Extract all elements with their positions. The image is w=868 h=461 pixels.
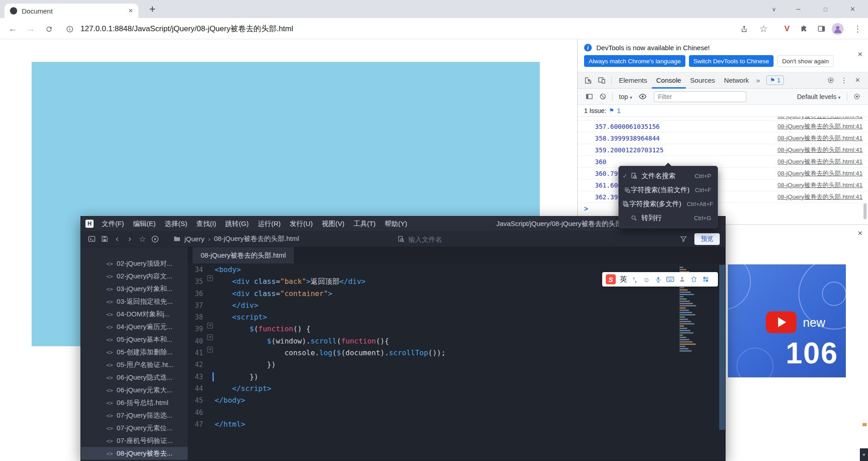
code-line[interactable]: 45</body>	[188, 395, 725, 406]
context-menu-item[interactable]: 字符搜索(多文件)Ctrl+Alt+F	[619, 197, 717, 211]
mic-icon[interactable]	[655, 276, 662, 283]
console-source-link[interactable]: 08-jQuery被卷去的头部.html:41	[778, 117, 863, 120]
forward-icon[interactable]: →	[25, 24, 36, 34]
back-icon[interactable]: ←	[7, 24, 18, 34]
tree-item[interactable]: <>02-jQuery内容文...	[81, 270, 188, 282]
tree-item[interactable]: <>07-jQuery筛选选...	[81, 409, 188, 422]
issues-bar[interactable]: 1 Issue: ⚑ 1	[578, 105, 868, 117]
save-icon[interactable]	[98, 233, 111, 245]
nav-forward-icon[interactable]: ›	[123, 233, 136, 245]
tree-item[interactable]: <>03-jQuery对象和...	[81, 282, 188, 295]
menubar-item[interactable]: 查找(I)	[192, 216, 221, 231]
emoji-icon[interactable]: ☺	[643, 276, 650, 283]
devtools-tab-network[interactable]: Network	[720, 72, 754, 89]
menubar-item[interactable]: 编辑(E)	[128, 216, 160, 231]
site-info-icon[interactable]	[64, 24, 75, 34]
menubar-item[interactable]: 视图(V)	[317, 216, 349, 231]
new-tab-button[interactable]: +	[146, 3, 159, 15]
console-source-link[interactable]: 08-jQuery被卷去的头部.html:41	[778, 193, 863, 201]
code-line[interactable]: 44 </script>	[188, 383, 725, 395]
favorite-star-icon[interactable]: ☆	[136, 233, 149, 245]
console-source-link[interactable]: 08-jQuery被卷去的头部.html:41	[778, 158, 863, 166]
tree-item[interactable]: <>06-jQuery隐式迭...	[81, 371, 188, 384]
tree-item[interactable]: <>05-创建添加删除...	[81, 346, 188, 358]
code-line[interactable]: 40 $(window).scroll(function(){	[188, 335, 725, 347]
side-panel-icon[interactable]	[816, 23, 827, 35]
tab-search-chevron-icon[interactable]: ∨	[765, 0, 783, 18]
terminal-icon[interactable]	[85, 233, 98, 245]
menubar-item[interactable]: 选择(S)	[160, 216, 192, 231]
context-menu-item[interactable]: ✓文件名搜索Ctrl+P	[619, 169, 717, 183]
breadcrumb[interactable]: jQuery › 08-jQuery被卷去的头部.html	[173, 235, 299, 243]
handwriting-icon[interactable]	[679, 276, 686, 282]
editor-scrollbar-thumb[interactable]	[719, 265, 725, 430]
code-line[interactable]: 42 })	[188, 359, 725, 371]
dont-show-again-button[interactable]: Don't show again	[777, 55, 834, 67]
tree-item[interactable]: <>05-用户名验证.ht...	[81, 358, 188, 371]
skin-icon[interactable]	[690, 276, 698, 282]
run-icon[interactable]	[149, 233, 161, 245]
notice-close-icon[interactable]: ×	[858, 49, 863, 59]
share-icon[interactable]	[738, 23, 750, 35]
console-settings-gear-icon[interactable]	[850, 90, 863, 103]
inspect-element-icon[interactable]	[581, 74, 595, 87]
tree-item[interactable]: <>05-jQuery基本和...	[81, 333, 188, 346]
code-line[interactable]: 47</html>	[188, 419, 725, 430]
tree-item[interactable]: <>06-括号总结.html	[81, 396, 188, 409]
ime-language-mode[interactable]: 英	[620, 275, 627, 284]
extensions-puzzle-icon[interactable]	[798, 23, 810, 35]
menubar-item[interactable]: 跳转(G)	[221, 216, 253, 231]
drawer-close-icon[interactable]: ×	[858, 228, 863, 238]
devtools-settings-gear-icon[interactable]	[824, 74, 837, 87]
file-search-input[interactable]	[408, 235, 557, 243]
match-language-button[interactable]: Always match Chrome's language	[584, 55, 685, 67]
reload-icon[interactable]	[43, 24, 54, 34]
console-source-link[interactable]: 08-jQuery被卷去的头部.html:41	[778, 181, 863, 189]
video-play-button[interactable]	[766, 311, 797, 333]
sogou-logo-icon[interactable]: S	[606, 274, 616, 284]
switch-chinese-button[interactable]: Switch DevTools to Chinese	[689, 55, 774, 67]
devtools-close-icon[interactable]: ×	[851, 74, 864, 87]
punctuation-icon[interactable]: ’,	[631, 276, 638, 283]
extension-v-icon[interactable]: V	[781, 23, 793, 35]
more-tabs-icon[interactable]: »	[754, 76, 763, 84]
context-selector[interactable]: top ▾	[619, 93, 632, 100]
bookmark-star-icon[interactable]: ☆	[758, 23, 769, 35]
window-close-button[interactable]: ×	[842, 0, 863, 18]
window-minimize-button[interactable]: –	[788, 0, 809, 18]
tree-item[interactable]: <>06-jQuery元素大...	[81, 384, 188, 396]
console-source-link[interactable]: 08-jQuery被卷去的头部.html:41	[778, 169, 863, 178]
tree-item[interactable]: <>07-jQuery元素位...	[81, 422, 188, 434]
browser-tab[interactable]: Document ×	[5, 4, 138, 18]
window-maximize-button[interactable]: □	[815, 0, 836, 18]
preview-button[interactable]: 预览	[694, 233, 720, 245]
issues-counter-button[interactable]: ⚑ 1	[766, 75, 784, 85]
device-toolbar-icon[interactable]	[595, 74, 609, 87]
tree-item[interactable]: <>04-jQuery遍历元...	[81, 320, 188, 333]
clear-console-icon[interactable]	[596, 90, 609, 103]
profile-avatar[interactable]	[832, 23, 844, 35]
menubar-item[interactable]: 工具(T)	[349, 216, 380, 231]
breadcrumb-file[interactable]: 08-jQuery被卷去的头部.html	[214, 235, 299, 243]
editor-tab-active[interactable]: 08-jQuery被卷去的头部.html	[193, 247, 294, 263]
console-source-link[interactable]: 08-jQuery被卷去的头部.html:41	[778, 146, 863, 154]
console-source-link[interactable]: 08-jQuery被卷去的头部.html:41	[778, 134, 863, 142]
code-line[interactable]: 46	[188, 407, 725, 419]
console-filter-input[interactable]	[654, 91, 746, 102]
toolbox-icon[interactable]	[702, 276, 709, 282]
code-line[interactable]: 39 $(function() {	[188, 323, 725, 335]
nav-back-icon[interactable]: ‹	[111, 233, 123, 245]
keyboard-icon[interactable]	[666, 276, 674, 282]
video-popup[interactable]: new 106	[728, 264, 846, 377]
context-menu-item[interactable]: 字符搜索(当前文件)Ctrl+F	[619, 183, 717, 197]
code-line[interactable]: 37 </div>	[188, 300, 725, 311]
live-expression-eye-icon[interactable]	[636, 90, 649, 103]
tree-item[interactable]: <>03-返回指定祖先...	[81, 295, 188, 308]
tab-close-icon[interactable]: ×	[128, 6, 133, 15]
breadcrumb-folder[interactable]: jQuery	[184, 235, 204, 243]
ime-toolbar[interactable]: S 英 ’,☺	[602, 272, 718, 287]
menubar-item[interactable]: 文件(F)	[97, 216, 128, 231]
code-line[interactable]: 41 console.log($(document).scrollTop());	[188, 347, 725, 359]
log-levels-selector[interactable]: Default levels ▾	[797, 93, 840, 100]
console-sidebar-icon[interactable]	[582, 90, 596, 103]
